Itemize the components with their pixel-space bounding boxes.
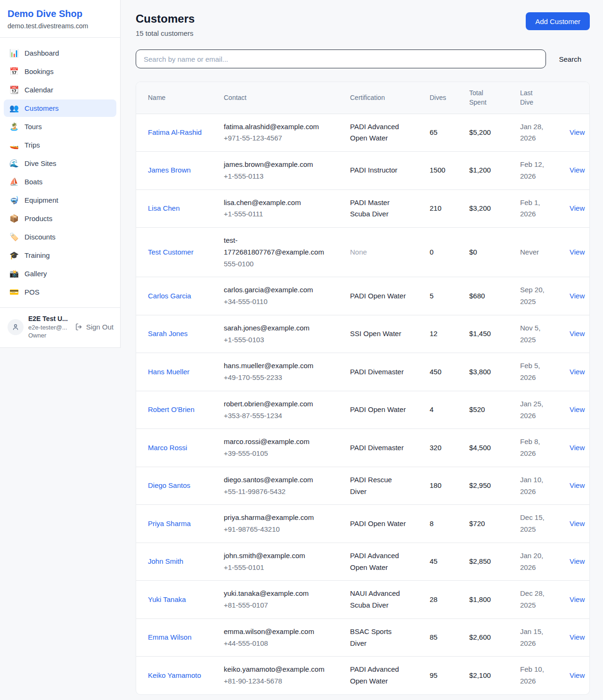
customer-total-spent: $3,800: [462, 353, 513, 391]
customer-certification: PADI Advanced Open Water: [350, 550, 408, 574]
customer-last-dive: Feb 8, 2026: [520, 436, 553, 460]
sidebar-item-gallery[interactable]: 📸Gallery: [4, 265, 116, 282]
view-customer-link[interactable]: View: [570, 166, 585, 174]
customer-name-link[interactable]: James Brown: [148, 166, 191, 174]
sidebar-item-bookings[interactable]: 📅Bookings: [4, 63, 116, 80]
customer-contact: priya.sharma@example.com+91-98765-43210: [216, 505, 342, 543]
customer-name-link[interactable]: Test Customer: [148, 248, 194, 256]
customer-contact: marco.rossi@example.com+39-555-0105: [216, 429, 342, 467]
sidebar-item-discounts[interactable]: 🏷️Discounts: [4, 228, 116, 246]
customer-name-link[interactable]: Priya Sharma: [148, 519, 191, 527]
view-customer-link[interactable]: View: [570, 204, 585, 212]
view-customer-link[interactable]: View: [570, 633, 585, 641]
sidebar-item-pos[interactable]: 💳POS: [4, 283, 116, 301]
table-row: Hans Muellerhans.mueller@example.com+49-…: [136, 353, 589, 391]
customer-total-spent: $2,100: [462, 657, 513, 694]
customer-name-link[interactable]: Carlos Garcia: [148, 292, 191, 300]
sidebar-item-boats[interactable]: ⛵Boats: [4, 173, 116, 190]
customer-certification: PADI Rescue Diver: [350, 474, 408, 498]
customer-name-link[interactable]: Keiko Yamamoto: [148, 671, 201, 679]
customer-last-dive: Feb 1, 2026: [520, 197, 553, 221]
customer-name-link[interactable]: Robert O'Brien: [148, 405, 195, 413]
sidebar-item-label: Bookings: [24, 67, 54, 75]
customer-contact: keiko.yamamoto@example.com+81-90-1234-56…: [216, 657, 342, 694]
view-customer-link[interactable]: View: [570, 405, 585, 413]
customer-name-link[interactable]: Sarah Jones: [148, 329, 187, 338]
view-customer-link[interactable]: View: [570, 444, 585, 452]
customer-dives: 0: [422, 228, 462, 277]
sidebar-item-label: Products: [24, 214, 52, 222]
sidebar-item-dashboard[interactable]: 📊Dashboard: [4, 44, 116, 62]
search-input[interactable]: [136, 49, 546, 68]
view-customer-link[interactable]: View: [570, 557, 585, 565]
customer-dives: 320: [422, 429, 462, 467]
search-section: Search: [136, 49, 590, 68]
customer-name-link[interactable]: Marco Rossi: [148, 444, 187, 452]
table-row: Sarah Jonessarah.jones@example.com+1-555…: [136, 315, 589, 353]
customers-table: Name Contact Certification Dives Total S…: [136, 82, 589, 694]
customer-total-spent: $3,200: [462, 189, 513, 228]
customer-total-spent: $4,500: [462, 429, 513, 467]
customer-dives: 180: [422, 467, 462, 505]
view-customer-link[interactable]: View: [570, 292, 585, 300]
customer-name-link[interactable]: Diego Santos: [148, 481, 190, 489]
view-customer-link[interactable]: View: [570, 671, 585, 679]
sidebar-item-customers[interactable]: 👥Customers: [4, 99, 116, 117]
customer-name-link[interactable]: John Smith: [148, 557, 183, 565]
customer-name-link[interactable]: Emma Wilson: [148, 633, 192, 641]
view-customer-link[interactable]: View: [570, 128, 585, 136]
customer-email: lisa.chen@example.com: [224, 197, 335, 209]
customer-name-link[interactable]: Lisa Chen: [148, 204, 180, 212]
customer-certification: SSI Open Water: [350, 328, 401, 340]
customer-last-dive: Feb 10, 2026: [520, 664, 553, 687]
customer-name-link[interactable]: Hans Mueller: [148, 368, 189, 376]
sidebar-item-label: Dive Sites: [24, 159, 57, 167]
customer-certification: None: [350, 247, 367, 258]
view-customer-link[interactable]: View: [570, 595, 585, 603]
customer-name-link[interactable]: Yuki Tanaka: [148, 595, 186, 603]
customer-phone: +1-555-0103: [224, 334, 335, 346]
calendar-icon: 📆: [9, 86, 19, 94]
customer-phone: +1-555-0111: [224, 208, 335, 220]
view-customer-link[interactable]: View: [570, 368, 585, 376]
view-customer-link[interactable]: View: [570, 248, 585, 256]
sidebar-item-training[interactable]: 🎓Training: [4, 247, 116, 264]
sidebar-item-dive-sites[interactable]: 🌊Dive Sites: [4, 155, 116, 172]
customer-contact: carlos.garcia@example.com+34-555-0110: [216, 277, 342, 315]
customer-total-spent: $520: [462, 391, 513, 429]
customer-total-spent: $0: [462, 228, 513, 277]
customer-contact: diego.santos@example.com+55-11-99876-543…: [216, 467, 342, 505]
sidebar-item-trips[interactable]: 🚤Trips: [4, 136, 116, 154]
customer-total-spent: $1,800: [462, 581, 513, 619]
customer-phone: +81-555-0107: [224, 600, 335, 611]
sign-out-button[interactable]: Sign Out: [75, 323, 114, 331]
user-name: E2E Test U...: [28, 314, 70, 323]
customer-dives: 210: [422, 189, 462, 228]
user-email: e2e-tester@...: [28, 323, 70, 332]
customer-email: sarah.jones@example.com: [224, 322, 335, 334]
search-button[interactable]: Search: [559, 55, 581, 63]
sidebar-item-tours[interactable]: 🏝️Tours: [4, 118, 116, 135]
customer-contact: john.smith@example.com+1-555-0101: [216, 543, 342, 581]
customer-last-dive: Jan 20, 2026: [520, 550, 553, 574]
customer-dives: 95: [422, 657, 462, 694]
customer-last-dive: Feb 5, 2026: [520, 360, 553, 384]
sign-out-icon: [75, 323, 83, 331]
sidebar-item-label: Boats: [24, 178, 42, 186]
speedboat-icon: 🚤: [9, 141, 19, 149]
sidebar-item-equipment[interactable]: 🤿Equipment: [4, 191, 116, 209]
customer-certification: NAUI Advanced Scuba Diver: [350, 588, 408, 611]
sidebar-item-products[interactable]: 📦Products: [4, 210, 116, 227]
customer-contact: test-1772681807767@example.com555-0100: [216, 228, 342, 277]
customer-dives: 4: [422, 391, 462, 429]
customer-dives: 28: [422, 581, 462, 619]
view-customer-link[interactable]: View: [570, 519, 585, 527]
sidebar-item-calendar[interactable]: 📆Calendar: [4, 81, 116, 99]
view-customer-link[interactable]: View: [570, 329, 585, 338]
customer-name-link[interactable]: Fatima Al-Rashid: [148, 128, 202, 136]
table-row: John Smithjohn.smith@example.com+1-555-0…: [136, 543, 589, 581]
sailboat-icon: ⛵: [9, 178, 19, 186]
sidebar-item-label: Tours: [24, 123, 42, 131]
view-customer-link[interactable]: View: [570, 481, 585, 489]
add-customer-button[interactable]: Add Customer: [526, 12, 590, 30]
